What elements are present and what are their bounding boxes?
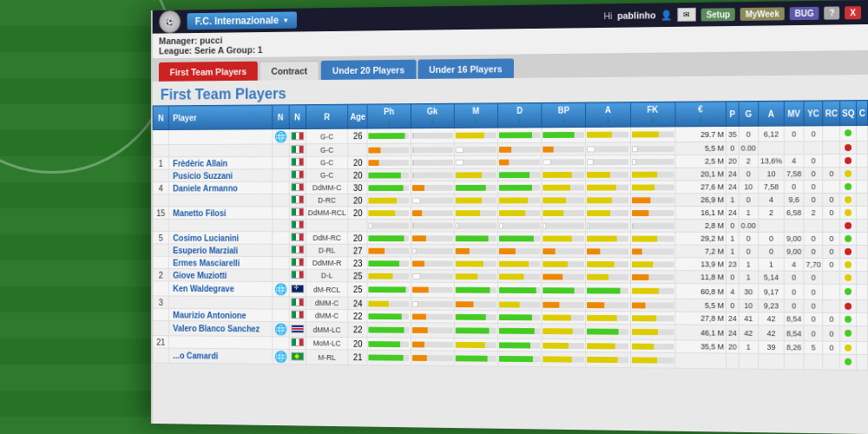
rc-col: [823, 141, 839, 155]
stat-bar-cell: [367, 181, 411, 194]
nat-col1: [272, 194, 288, 207]
mv-col: 0: [785, 126, 804, 141]
mv-col: 0: [785, 299, 804, 312]
tab-under16[interactable]: Under 16 Players: [418, 58, 514, 79]
yc-col: 0: [804, 232, 823, 245]
player-name[interactable]: [168, 194, 272, 207]
player-name[interactable]: [168, 129, 272, 145]
question-button[interactable]: ?: [824, 6, 839, 19]
player-name[interactable]: Ken Waldegrave: [168, 281, 272, 297]
value-col: 60,8 M: [675, 283, 727, 299]
player-name[interactable]: ...o Camardi: [168, 348, 272, 364]
mail-icon[interactable]: ✉: [678, 8, 696, 22]
value-col: 2,5 M: [675, 155, 727, 168]
col-header-ph: Ph↓: [367, 104, 411, 128]
player-name[interactable]: Pusicio Suzzani: [168, 169, 272, 182]
stat-bar-cell: [454, 310, 497, 323]
player-name[interactable]: [168, 336, 272, 349]
role-col: DdMM-RCL: [306, 207, 348, 219]
a-col: 6,12: [758, 126, 784, 141]
nat-col2: [289, 309, 306, 322]
player-name[interactable]: [168, 144, 272, 157]
club-name-button[interactable]: F.C. Internazionale ▼: [187, 11, 298, 30]
player-name[interactable]: Ermes Masciarelli: [168, 256, 272, 269]
value-col: 27,6 M: [675, 181, 727, 194]
player-name[interactable]: Frèdèric Allain: [168, 156, 272, 169]
value-col: [675, 352, 727, 368]
nat-col1: [272, 144, 288, 156]
player-name[interactable]: Daniele Armanno: [168, 181, 272, 194]
p-col: [726, 353, 739, 369]
stat-bar-cell: [586, 324, 630, 339]
a-col: 10: [758, 168, 784, 181]
p-col: 20: [726, 340, 739, 353]
table-row[interactable]: 4 Daniele Armanno DdMM-C 30 27,6 M 24 10…: [153, 181, 867, 194]
sq-col: [840, 126, 857, 141]
nat-col2: [289, 232, 306, 244]
c-col: [857, 155, 867, 168]
stat-bar-cell: [411, 338, 454, 351]
sq-col: [840, 194, 857, 207]
g-col: 1: [739, 340, 758, 353]
setup-button[interactable]: Setup: [701, 8, 735, 21]
nat-col2: [289, 219, 306, 231]
stat-bar-cell: [411, 128, 454, 143]
status-dot: [845, 221, 852, 228]
table-row[interactable]: 5 Cosimo Lucianini DdM-RC 20 29,2 M 1 0 …: [153, 232, 867, 246]
player-name[interactable]: Esuperio Marziali: [168, 244, 272, 257]
stat-bar-cell: [586, 270, 630, 283]
player-name[interactable]: Valero Blanco Sanchez: [168, 321, 272, 337]
c-col: [857, 258, 867, 271]
yc-col: 0: [804, 194, 823, 207]
stat-bar-cell: [586, 127, 630, 142]
nat-col2: [289, 156, 306, 168]
value-col: 35,5 M: [675, 340, 727, 353]
player-number: [153, 169, 168, 181]
g-col: 0: [739, 168, 758, 181]
stat-bar-cell: [630, 181, 675, 194]
stat-bar-cell: [586, 181, 630, 194]
player-name[interactable]: Maurizio Antonione: [168, 308, 272, 321]
status-dot: [845, 344, 852, 351]
tab-under20[interactable]: Under 20 Players: [321, 60, 416, 80]
tab-first-team[interactable]: First Team Players: [159, 62, 258, 82]
bug-button[interactable]: BUG: [790, 6, 819, 19]
stat-bar-cell: [497, 155, 542, 168]
yc-col: 0: [804, 284, 823, 299]
sq-col: [840, 312, 857, 326]
age-col: 21: [348, 350, 367, 365]
player-name[interactable]: [168, 219, 272, 231]
flag-italy: [291, 183, 304, 192]
p-col: 35: [726, 126, 739, 141]
nat-col1: 🌐: [272, 281, 288, 296]
value-col: 29.7 M: [675, 127, 727, 142]
table-row[interactable]: 2,8 M 0 0.00: [153, 219, 867, 232]
player-name[interactable]: [168, 296, 272, 309]
nat-col2: [289, 257, 306, 269]
table-row[interactable]: 15 Manetto Filosi DdMM-RCL 20 16,1 M 24 …: [153, 207, 867, 220]
g-col: [739, 353, 758, 369]
table-row[interactable]: D-RC 20 26,9 M 1 0 4 9,6 0 0: [153, 194, 867, 207]
sq-col: [840, 141, 857, 155]
nat-col1: [272, 257, 288, 269]
p-col: 0: [726, 299, 739, 312]
status-dot: [845, 209, 852, 216]
stat-bar-cell: [542, 127, 586, 142]
player-name[interactable]: Giove Muziotti: [168, 269, 272, 282]
stat-bar-cell: [630, 258, 675, 271]
tab-contract[interactable]: Contract: [260, 61, 319, 81]
flag-italy: [291, 131, 304, 140]
player-name[interactable]: Cosimo Lucianini: [168, 232, 272, 245]
stat-bar-cell: [497, 142, 542, 155]
players-table-container[interactable]: N Player N N R Age Ph↓ Gk↓ M↓ D↓ BP↓ A↓ …: [153, 100, 868, 371]
g-col: 1: [739, 207, 758, 220]
age-col: 27: [348, 244, 367, 257]
c-col: [857, 194, 867, 207]
player-name[interactable]: Manetto Filosi: [168, 207, 272, 219]
rc-col: 0: [823, 232, 839, 245]
league-value: Serie A Group: 1: [194, 44, 263, 55]
myweek-button[interactable]: MyWeek: [740, 7, 785, 21]
status-dot: [845, 273, 852, 280]
close-button[interactable]: X: [845, 6, 861, 19]
stat-bar-cell: [454, 351, 497, 366]
